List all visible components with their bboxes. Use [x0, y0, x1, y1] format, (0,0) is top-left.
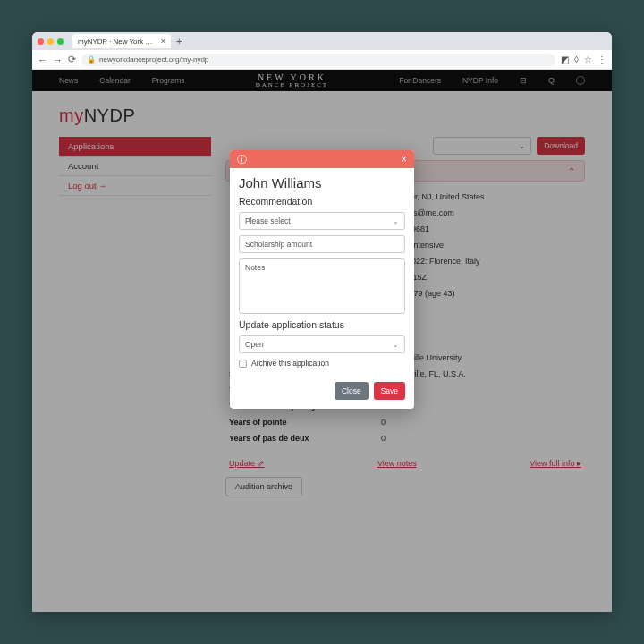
select-placeholder: Please select	[245, 216, 291, 225]
status-heading: Update application status	[239, 319, 405, 330]
star-icon[interactable]: ☆	[584, 55, 592, 64]
checkbox-label: Archive this application	[251, 359, 329, 368]
address-bar[interactable]: 🔒 newyorkdanceproject.org/my-nydp	[81, 54, 555, 66]
info-icon: ⓘ	[237, 153, 247, 166]
new-tab-button[interactable]: +	[176, 36, 182, 47]
update-modal: ⓘ × John Williams Recommendation Please …	[230, 150, 414, 409]
page-content: News Calendar Programs NEW YORK DANCE PR…	[32, 70, 612, 612]
modal-close-icon[interactable]: ×	[401, 153, 407, 165]
minimize-window-icon[interactable]	[47, 38, 54, 45]
modal-footer: Close Save	[230, 382, 414, 409]
maximize-window-icon[interactable]	[57, 38, 64, 45]
chevron-down-icon: ⌄	[393, 341, 399, 349]
textarea-placeholder: Notes	[245, 263, 265, 272]
browser-nav-bar: ← → ⟳ 🔒 newyorkdanceproject.org/my-nydp …	[32, 50, 612, 70]
window-controls[interactable]	[38, 38, 64, 45]
close-window-icon[interactable]	[38, 38, 44, 45]
modal-title: John Williams	[239, 175, 405, 191]
reload-button[interactable]: ⟳	[68, 54, 76, 65]
archive-checkbox[interactable]: Archive this application	[239, 359, 405, 368]
lock-icon: 🔒	[87, 55, 96, 64]
recommendation-heading: Recommendation	[239, 196, 405, 207]
modal-header: ⓘ ×	[230, 150, 414, 168]
back-button[interactable]: ←	[38, 55, 47, 65]
recommendation-select[interactable]: Please select ⌄	[239, 212, 405, 230]
browser-tab-bar: myNYDP · New York Dance P… × +	[32, 32, 612, 50]
input-placeholder: Scholarship amount	[245, 240, 312, 249]
browser-actions: ◩ ◊ ☆ ⋮	[561, 55, 606, 64]
tab-close-icon[interactable]: ×	[161, 37, 165, 46]
status-value: Open	[245, 340, 264, 349]
close-button[interactable]: Close	[335, 382, 369, 400]
menu-icon[interactable]: ⋮	[597, 55, 606, 64]
extension-icon-2[interactable]: ◊	[574, 55, 579, 64]
scholarship-input[interactable]: Scholarship amount	[239, 235, 405, 253]
save-button[interactable]: Save	[374, 382, 405, 400]
url-text: newyorkdanceproject.org/my-nydp	[99, 55, 208, 64]
modal-overlay[interactable]: ⓘ × John Williams Recommendation Please …	[32, 70, 612, 612]
extension-icon[interactable]: ◩	[561, 55, 569, 64]
tab-title: myNYDP · New York Dance P…	[78, 38, 156, 46]
notes-textarea[interactable]: Notes	[239, 258, 405, 314]
checkbox-icon	[239, 360, 247, 368]
forward-button[interactable]: →	[53, 55, 63, 65]
chevron-down-icon: ⌄	[393, 217, 399, 225]
browser-window: myNYDP · New York Dance P… × + ← → ⟳ 🔒 n…	[32, 32, 612, 612]
status-select[interactable]: Open ⌄	[239, 335, 405, 353]
browser-tab[interactable]: myNYDP · New York Dance P… ×	[72, 34, 171, 48]
